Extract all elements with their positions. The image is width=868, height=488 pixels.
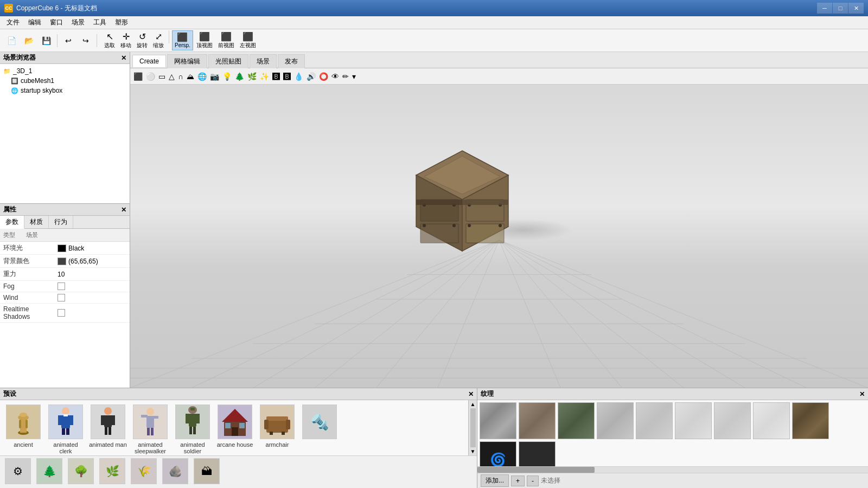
texture-8[interactable]: [753, 402, 790, 439]
preset-row2-item6[interactable]: 🪨: [162, 458, 189, 486]
add-2d-overlay-icon[interactable]: 🅱: [283, 72, 291, 81]
presets-close[interactable]: ✕: [468, 390, 474, 398]
add-light-icon[interactable]: 💡: [222, 72, 232, 81]
menu-scene[interactable]: 场景: [67, 17, 89, 28]
texture-minus-button[interactable]: -: [527, 476, 539, 486]
texture-2[interactable]: [519, 402, 556, 439]
left-view[interactable]: ⬛ 左视图: [238, 30, 258, 50]
bg-color-box[interactable]: [58, 258, 66, 265]
tab-publish[interactable]: 发布: [278, 54, 305, 68]
add-sphere-icon[interactable]: ⚪: [146, 72, 155, 81]
preset-arcane-house[interactable]: arcane house: [216, 404, 254, 448]
texture-5[interactable]: [636, 402, 673, 439]
scroll-down-icon[interactable]: ▼: [469, 448, 477, 454]
shadows-checkbox[interactable]: [58, 309, 65, 317]
canvas-area[interactable]: .grid-line{stroke:#aaa;stroke-width:0.8;…: [130, 85, 868, 388]
wind-checkbox[interactable]: [58, 294, 65, 301]
add-particle-icon[interactable]: ✨: [260, 72, 269, 81]
maximize-button[interactable]: □: [833, 3, 848, 14]
menu-window[interactable]: 窗口: [46, 17, 67, 28]
open-button[interactable]: 📂: [21, 33, 37, 49]
undo-button[interactable]: ↩: [60, 33, 76, 49]
fog-checkbox[interactable]: [58, 282, 65, 290]
preset-armchair[interactable]: armchair: [258, 404, 296, 448]
preset-row2-item5[interactable]: 🌾: [130, 458, 157, 486]
add-camera-icon[interactable]: 📷: [210, 72, 219, 81]
add-eye-icon[interactable]: 👁: [331, 72, 339, 81]
scrollbar-thumb[interactable]: [477, 467, 595, 473]
add-tree-icon[interactable]: 🌲: [235, 72, 244, 81]
add-grass-icon[interactable]: 🌿: [247, 72, 257, 81]
preset-row2-item3[interactable]: 🌳: [67, 458, 94, 486]
preset-animated-sleepwalker[interactable]: animated sleepwalker: [131, 404, 169, 454]
add-billboard-icon[interactable]: 🅱: [272, 72, 280, 81]
menu-edit[interactable]: 编辑: [24, 17, 46, 28]
tab-materials[interactable]: 材质: [24, 216, 49, 228]
ambient-color-box[interactable]: [58, 245, 66, 252]
add-skybox-icon[interactable]: 🌐: [197, 72, 207, 81]
preset-animated-soldier[interactable]: animated soldier: [174, 404, 212, 454]
scale-tool[interactable]: ⤢ 缩放: [151, 30, 166, 50]
textures-scrollbar[interactable]: [477, 466, 868, 473]
add-cube-icon[interactable]: ⬛: [133, 72, 143, 81]
draw-tool-icon[interactable]: ✏: [342, 72, 349, 81]
texture-3[interactable]: [558, 402, 595, 439]
presets-scrollbar[interactable]: ▲ ▼: [468, 400, 477, 455]
properties-close[interactable]: ✕: [121, 206, 126, 214]
tab-lightmap[interactable]: 光照贴图: [208, 54, 248, 68]
new-button[interactable]: 📄: [3, 33, 20, 49]
tab-mesh-edit[interactable]: 网格编辑: [167, 54, 207, 68]
close-button[interactable]: ✕: [848, 3, 864, 14]
tree-item-skybox[interactable]: 🌐 startup skybox: [2, 86, 127, 95]
preset-row2-item1[interactable]: ⚙: [4, 458, 31, 486]
preset-item8[interactable]: 🔩: [301, 404, 339, 441]
move-tool[interactable]: ✛ 移动: [118, 30, 133, 50]
texture-plus-button[interactable]: +: [511, 476, 525, 486]
scroll-up-icon[interactable]: ▲: [469, 401, 477, 407]
persp-view[interactable]: ⬛ Persp.: [172, 30, 193, 50]
add-plane-icon[interactable]: ▭: [158, 72, 165, 81]
tree-item-cubemesh[interactable]: 🔲 cubeMesh1: [2, 76, 127, 86]
texture-10[interactable]: 🌀: [480, 441, 516, 466]
texture-11[interactable]: [519, 441, 556, 466]
viewport[interactable]: Create 网格编辑 光照贴图 场景 发布 ⬛ ⚪ ▭ △ ∩ ⛰ 🌐 📷 💡…: [130, 52, 868, 388]
texture-9[interactable]: [792, 402, 829, 439]
add-terrain-icon[interactable]: ⛰: [187, 72, 194, 81]
textures-close[interactable]: ✕: [859, 390, 865, 398]
top-view[interactable]: ⬛ 顶视图: [194, 30, 215, 50]
preset-row2-item7[interactable]: 🏔: [193, 458, 220, 486]
add-cone-icon[interactable]: △: [169, 72, 175, 81]
texture-add-button[interactable]: 添加...: [481, 474, 509, 487]
top-section: 场景浏览器 ✕ 📁 _3D_1 🔲 cubeMesh1 🌐 startup sk…: [0, 52, 868, 388]
add-arch-icon[interactable]: ∩: [178, 72, 183, 81]
add-sound-icon[interactable]: 🔊: [307, 72, 316, 81]
tree-item-3d1[interactable]: 📁 _3D_1: [2, 66, 127, 76]
menu-file[interactable]: 文件: [2, 17, 24, 28]
menu-tools[interactable]: 工具: [89, 17, 111, 28]
more-tools-icon[interactable]: ▾: [352, 72, 356, 81]
preset-animated-man[interactable]: animated man: [89, 404, 127, 448]
texture-7[interactable]: [714, 402, 751, 439]
texture-6[interactable]: [675, 402, 712, 439]
minimize-button[interactable]: ─: [817, 3, 832, 14]
front-view[interactable]: ⬛ 前视图: [216, 30, 237, 50]
tab-scene[interactable]: 场景: [250, 54, 277, 68]
redo-button[interactable]: ↪: [78, 33, 94, 49]
tab-behavior[interactable]: 行为: [49, 216, 73, 228]
rotate-tool[interactable]: ↺ 旋转: [135, 30, 150, 50]
texture-4[interactable]: [597, 402, 634, 439]
preset-row2-item4[interactable]: 🌿: [99, 458, 126, 486]
menu-sculpt[interactable]: 塑形: [111, 17, 132, 28]
add-circle-icon[interactable]: ⭕: [319, 72, 328, 81]
save-button[interactable]: 💾: [38, 33, 54, 49]
texture-1[interactable]: [480, 402, 516, 439]
scene-browser-close[interactable]: ✕: [121, 54, 126, 62]
tab-create[interactable]: Create: [132, 55, 166, 67]
preset-animated-clerk[interactable]: animated clerk: [47, 404, 85, 454]
select-tool[interactable]: ↖ 选取: [102, 30, 117, 50]
preset-row2-item2[interactable]: 🌲: [36, 458, 63, 486]
scroll-track[interactable]: [470, 408, 476, 447]
add-water-icon[interactable]: 💧: [294, 72, 303, 81]
tab-params[interactable]: 参数: [0, 216, 24, 229]
preset-ancient[interactable]: ancient: [4, 404, 42, 448]
